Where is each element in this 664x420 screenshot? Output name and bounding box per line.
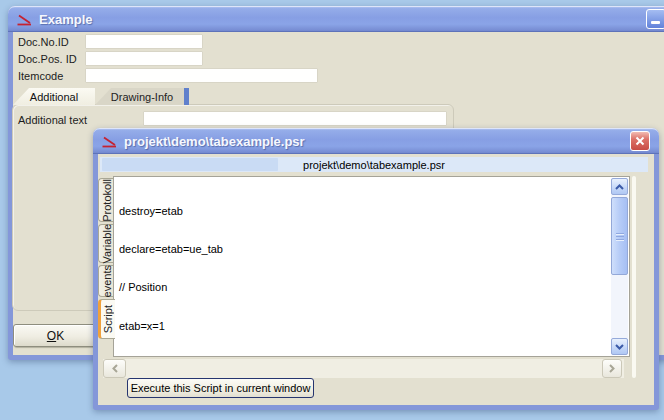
info-bar-text: projekt\demo\tabexample.psr xyxy=(303,159,445,171)
side-tab-events-label: events xyxy=(101,265,113,297)
doc-pos-id-field[interactable] xyxy=(85,51,203,66)
doc-no-id-label: Doc.No.ID xyxy=(18,36,69,48)
example-window-title: Example xyxy=(39,12,92,27)
additional-text-label: Additional text xyxy=(18,114,87,126)
script-window-title: projekt\demo\tabexample.psr xyxy=(124,134,305,149)
itemcode-field[interactable] xyxy=(85,68,318,83)
script-titlebar[interactable]: projekt\demo\tabexample.psr xyxy=(93,128,659,154)
minimize-icon xyxy=(651,21,660,24)
side-tab-script[interactable]: Script xyxy=(98,299,115,339)
side-tab-variable-label: Variable xyxy=(101,224,113,264)
side-tab-script-label: Script xyxy=(102,305,114,333)
scroll-up-button[interactable] xyxy=(611,178,628,195)
vertical-scrollbar[interactable] xyxy=(611,178,628,355)
chevron-down-icon xyxy=(615,344,624,350)
chevron-left-icon xyxy=(112,364,118,373)
script-window: projekt\demo\tabexample.psr projekt\demo… xyxy=(93,128,659,410)
example-titlebar[interactable]: Example xyxy=(8,6,664,32)
desktop: Example Doc.No.ID Doc.Pos. ID Itemcode A… xyxy=(0,0,664,420)
doc-pos-id-label: Doc.Pos. ID xyxy=(18,53,77,65)
tab-drawing-info-label: Drawing-Info xyxy=(111,91,173,103)
scroll-down-button[interactable] xyxy=(611,338,628,355)
close-button[interactable] xyxy=(630,131,650,151)
script-info-bar: projekt\demo\tabexample.psr xyxy=(100,157,648,172)
chevron-right-icon xyxy=(609,364,615,373)
tab-additional-label: Additional xyxy=(30,91,78,103)
execute-script-button[interactable]: Execute this Script in current window xyxy=(127,378,314,398)
additional-text-field[interactable] xyxy=(143,111,447,126)
chevron-up-icon xyxy=(615,184,624,190)
script-client-area: projekt\demo\tabexample.psr Protokoll Va… xyxy=(98,154,654,405)
scroll-right-button[interactable] xyxy=(602,359,622,378)
tab-drawing-info[interactable]: Drawing-Info xyxy=(95,88,189,105)
horizontal-scrollbar[interactable] xyxy=(103,359,624,378)
info-bar-box xyxy=(102,158,278,171)
ok-button-label: OK xyxy=(14,329,97,343)
scrollbar-thumb[interactable] xyxy=(611,197,628,275)
side-tab-protokoll-label: Protokoll xyxy=(101,179,113,222)
scroll-left-button[interactable] xyxy=(103,359,126,378)
tab-additional[interactable]: Additional xyxy=(13,88,95,105)
doc-no-id-field[interactable] xyxy=(85,34,203,49)
itemcode-label: Itemcode xyxy=(18,70,63,82)
angle-icon xyxy=(16,13,33,26)
script-editor[interactable]: destroy=etab declare=etab=ue_tab // Posi… xyxy=(113,176,630,357)
close-icon xyxy=(635,136,645,146)
minimize-button[interactable] xyxy=(646,9,664,29)
thumb-grip xyxy=(616,236,624,237)
ok-button[interactable]: OK xyxy=(13,324,98,347)
panel-highlight xyxy=(632,176,636,378)
script-text: destroy=etab declare=etab=ue_tab // Posi… xyxy=(119,179,607,357)
angle-icon xyxy=(101,135,118,148)
